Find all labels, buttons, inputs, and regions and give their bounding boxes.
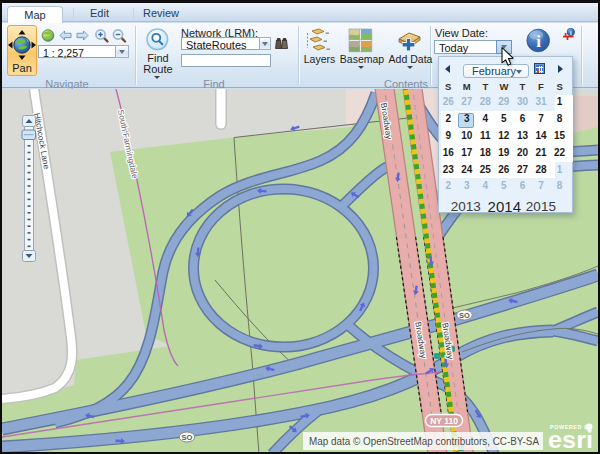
svg-text:Map data © OpenStreetMap contr: Map data © OpenStreetMap contributors, C… bbox=[309, 435, 540, 447]
svg-text:NY 110: NY 110 bbox=[430, 416, 458, 426]
svg-text:SO: SO bbox=[459, 311, 470, 320]
svg-text:SO: SO bbox=[182, 433, 193, 442]
svg-text:esri: esri bbox=[548, 426, 593, 452]
svg-text:i: i bbox=[536, 32, 541, 51]
